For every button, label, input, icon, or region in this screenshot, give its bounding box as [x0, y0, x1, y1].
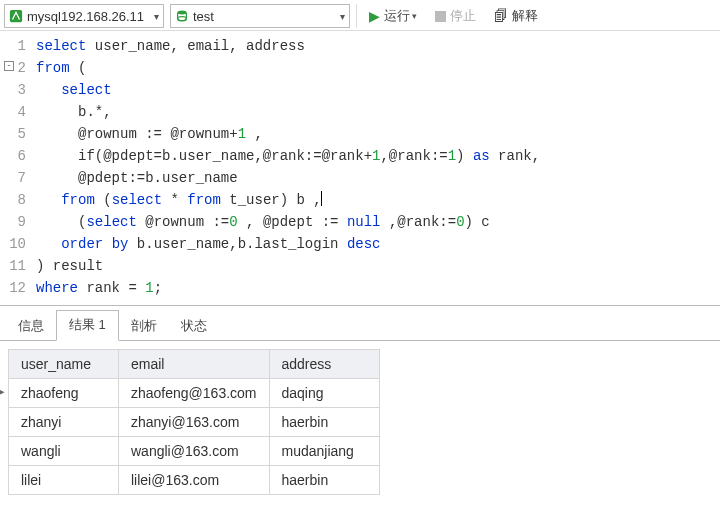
code-line[interactable]: select user_name, email, address [36, 35, 540, 57]
stop-icon [435, 11, 446, 22]
tab-results1[interactable]: 结果 1 [56, 310, 119, 341]
code-line[interactable]: @pdept:=b.user_name [36, 167, 540, 189]
database-selector[interactable]: test ▾ [170, 4, 350, 28]
column-header[interactable]: address [269, 350, 379, 379]
stop-label: 停止 [450, 7, 476, 25]
table-cell[interactable]: wangli [9, 437, 119, 466]
table-cell[interactable]: daqing [269, 379, 379, 408]
svg-point-2 [178, 17, 187, 21]
table-cell[interactable]: mudanjiang [269, 437, 379, 466]
table-row[interactable]: zhanyizhanyi@163.comhaerbin [9, 408, 380, 437]
table-cell[interactable]: lilei [9, 466, 119, 495]
sql-editor[interactable]: 12-3456789101112 select user_name, email… [0, 31, 720, 299]
line-number: 8 [6, 189, 26, 211]
table-cell[interactable]: zhanyi@163.com [119, 408, 270, 437]
toolbar: mysql192.168.26.11 ▾ test ▾ ▶ 运行 ▾ 停止 🗐 … [0, 0, 720, 31]
results-panel: 信息 结果 1 剖析 状态 user_nameemailaddress zhao… [0, 305, 720, 495]
line-number: 9 [6, 211, 26, 233]
code-line[interactable]: from (select * from t_user) b , [36, 189, 540, 211]
line-number-gutter: 12-3456789101112 [0, 35, 36, 299]
result-table[interactable]: user_nameemailaddress zhaofengzhaofeng@1… [8, 349, 380, 495]
column-header[interactable]: email [119, 350, 270, 379]
table-row[interactable]: lileililei@163.comhaerbin [9, 466, 380, 495]
tab-status[interactable]: 状态 [169, 312, 219, 341]
table-cell[interactable]: wangli@163.com [119, 437, 270, 466]
code-line[interactable]: select [36, 79, 540, 101]
text-caret [321, 191, 322, 206]
line-number: 3 [6, 79, 26, 101]
connection-icon [9, 9, 23, 23]
code-line[interactable]: from ( [36, 57, 540, 79]
svg-point-1 [178, 11, 187, 15]
code-line[interactable]: b.*, [36, 101, 540, 123]
run-label: 运行 [384, 7, 410, 25]
code-line[interactable]: where rank = 1; [36, 277, 540, 299]
column-header[interactable]: user_name [9, 350, 119, 379]
connection-selector[interactable]: mysql192.168.26.11 ▾ [4, 4, 164, 28]
table-cell[interactable]: zhanyi [9, 408, 119, 437]
line-number: 2- [6, 57, 26, 79]
database-label: test [193, 9, 214, 24]
table-cell[interactable]: lilei@163.com [119, 466, 270, 495]
table-cell[interactable]: haerbin [269, 466, 379, 495]
code-line[interactable]: order by b.user_name,b.last_login desc [36, 233, 540, 255]
line-number: 4 [6, 101, 26, 123]
line-number: 7 [6, 167, 26, 189]
stop-button: 停止 [429, 5, 482, 27]
table-cell[interactable]: zhaofeng@163.com [119, 379, 270, 408]
line-number: 12 [6, 277, 26, 299]
result-tabs: 信息 结果 1 剖析 状态 [0, 306, 720, 341]
table-header-row: user_nameemailaddress [9, 350, 380, 379]
chevron-down-icon: ▾ [340, 11, 345, 22]
line-number: 5 [6, 123, 26, 145]
code-line[interactable]: ) result [36, 255, 540, 277]
table-row[interactable]: zhaofengzhaofeng@163.comdaqing [9, 379, 380, 408]
divider [356, 4, 357, 28]
connection-label: mysql192.168.26.11 [27, 9, 144, 24]
chevron-down-icon: ▾ [412, 11, 417, 21]
tab-profile[interactable]: 剖析 [119, 312, 169, 341]
chevron-down-icon: ▾ [154, 11, 159, 22]
table-cell[interactable]: zhaofeng [9, 379, 119, 408]
line-number: 1 [6, 35, 26, 57]
database-icon [175, 9, 189, 23]
code-line[interactable]: @rownum := @rownum+1 , [36, 123, 540, 145]
play-icon: ▶ [369, 8, 380, 24]
line-number: 6 [6, 145, 26, 167]
code-line[interactable]: if(@pdept=b.user_name,@rank:=@rank+1,@ra… [36, 145, 540, 167]
line-number: 10 [6, 233, 26, 255]
line-number: 11 [6, 255, 26, 277]
code-area[interactable]: select user_name, email, addressfrom ( s… [36, 35, 540, 299]
explain-label: 解释 [512, 7, 538, 25]
fold-toggle[interactable]: - [4, 61, 14, 71]
explain-button[interactable]: 🗐 解释 [488, 5, 544, 27]
explain-icon: 🗐 [494, 8, 508, 24]
table-cell[interactable]: haerbin [269, 408, 379, 437]
tab-info[interactable]: 信息 [6, 312, 56, 341]
code-line[interactable]: (select @rownum :=0 , @pdept := null ,@r… [36, 211, 540, 233]
table-row[interactable]: wangliwangli@163.commudanjiang [9, 437, 380, 466]
run-button[interactable]: ▶ 运行 ▾ [363, 5, 423, 27]
